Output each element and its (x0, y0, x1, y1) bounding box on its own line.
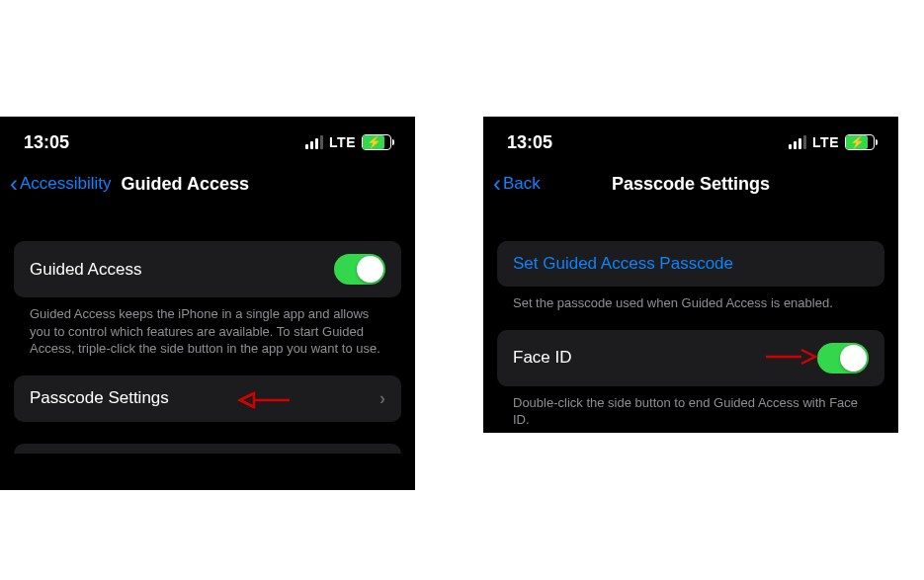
chevron-left-icon: ‹ (10, 170, 18, 198)
battery-icon: ⚡ (362, 134, 391, 150)
set-passcode-row[interactable]: Set Guided Access Passcode (497, 241, 884, 287)
face-id-footer: Double-click the side button to end Guid… (497, 386, 884, 429)
phone-right: 13:05 LTE ⚡ ‹ Back Passcode Settings Set… (483, 117, 898, 433)
face-id-row[interactable]: Face ID (497, 330, 884, 386)
nav-bar: ‹ Accessibility Guided Access (0, 164, 415, 207)
status-bar: 13:05 LTE ⚡ (0, 117, 415, 164)
back-button[interactable]: ‹ Accessibility (10, 170, 112, 198)
back-label: Accessibility (20, 174, 112, 194)
back-button[interactable]: ‹ Back (493, 170, 541, 198)
passcode-settings-row[interactable]: Passcode Settings › (14, 375, 401, 422)
set-passcode-footer: Set the passcode used when Guided Access… (497, 287, 884, 312)
chevron-left-icon: ‹ (493, 170, 501, 198)
status-indicators: LTE ⚡ (305, 134, 391, 150)
row-label: Passcode Settings (30, 388, 169, 408)
annotation-arrow-icon (236, 387, 292, 413)
back-label: Back (503, 174, 541, 194)
battery-icon: ⚡ (845, 134, 875, 150)
status-indicators: LTE ⚡ (789, 134, 875, 150)
status-time: 13:05 (24, 132, 69, 153)
face-id-toggle[interactable] (817, 343, 869, 373)
signal-icon (789, 135, 806, 149)
nav-bar: ‹ Back Passcode Settings (483, 164, 898, 207)
signal-icon (305, 135, 323, 149)
network-label: LTE (329, 134, 356, 150)
guided-access-toggle[interactable] (334, 254, 385, 285)
row-label: Set Guided Access Passcode (513, 254, 733, 274)
annotation-arrow-icon (764, 344, 819, 370)
partial-row (14, 444, 401, 454)
charging-icon: ⚡ (367, 136, 381, 148)
page-title: Passcode Settings (612, 174, 770, 195)
guided-access-row[interactable]: Guided Access (14, 241, 401, 297)
phone-left: 13:05 LTE ⚡ ‹ Accessibility Guided Acces… (0, 117, 415, 490)
page-title: Guided Access (122, 174, 249, 195)
status-bar: 13:05 LTE ⚡ (483, 117, 898, 164)
row-label: Face ID (513, 348, 572, 368)
status-time: 13:05 (507, 132, 552, 153)
chevron-right-icon: › (379, 388, 385, 409)
charging-icon: ⚡ (850, 136, 865, 148)
guided-access-footer: Guided Access keeps the iPhone in a sing… (14, 297, 401, 358)
network-label: LTE (812, 134, 839, 150)
row-label: Guided Access (30, 260, 141, 280)
